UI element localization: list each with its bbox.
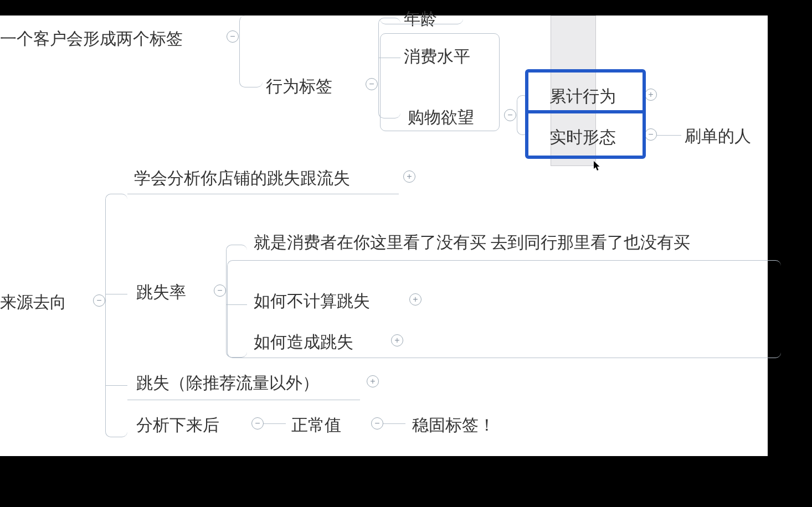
node-bounce-rate[interactable]: 跳失率 [136, 281, 186, 304]
toggle-learn-analyze[interactable] [403, 170, 415, 183]
toggle-realtime-form[interactable] [645, 128, 657, 141]
toggle-cumulative-behavior[interactable] [645, 89, 657, 101]
node-learn-analyze[interactable]: 学会分析你店铺的跳失跟流失 [134, 167, 350, 190]
node-not-buy[interactable]: 就是消费者在你这里看了没有买 去到同行那里看了也没有买 [254, 231, 690, 254]
node-behavior-tag[interactable]: 行为标签 [266, 75, 332, 98]
toggle-shopping-desire[interactable] [504, 109, 516, 121]
node-solid-label[interactable]: 稳固标签！ [412, 414, 495, 437]
node-realtime-form[interactable]: 实时形态 [549, 126, 616, 149]
connector-realtime-to-brush [657, 135, 681, 136]
node-bounce-except-rec[interactable]: 跳失（除推荐流量以外） [136, 372, 319, 395]
toggle-after-analyze[interactable] [251, 417, 264, 430]
toggle-root-labels[interactable] [227, 30, 239, 43]
toggle-source-dest[interactable] [93, 294, 105, 307]
node-root-labels[interactable]: 一个客户会形成两个标签 [0, 28, 183, 50]
underline-learn-analyze [127, 194, 399, 194]
node-cumulative-behavior[interactable]: 累计行为 [549, 85, 616, 108]
group-box-bouncerate-children [227, 260, 781, 358]
conn-source-to-bouncerate [105, 294, 127, 294]
conn-normal-to-solid [383, 423, 405, 424]
toggle-bounce-except-rec[interactable] [367, 375, 379, 387]
connector-source-children [105, 194, 127, 437]
connector-root-to-behavior [239, 15, 263, 87]
conn-source-to-bounceexcept [105, 385, 127, 386]
toggle-behavior-tag[interactable] [366, 78, 378, 90]
node-after-analyze[interactable]: 分析下来后 [136, 414, 219, 437]
connector-desire-children [517, 95, 529, 135]
node-source-dest[interactable]: 来源去向 [0, 291, 66, 314]
toggle-normal-value[interactable] [371, 417, 383, 430]
underline-bounce-except [127, 400, 360, 400]
age-box-bottom [380, 15, 463, 24]
group-box-consume-desire [380, 33, 500, 131]
node-brush-people[interactable]: 刷单的人 [685, 125, 751, 148]
mindmap-canvas[interactable]: 一个客户会形成两个标签 行为标签 年龄 消费水平 购物欲望 累计行为 实时形态 … [0, 15, 768, 456]
node-normal-value[interactable]: 正常值 [291, 414, 341, 437]
toggle-bounce-rate[interactable] [214, 284, 226, 297]
conn-after-to-normal [264, 423, 286, 424]
